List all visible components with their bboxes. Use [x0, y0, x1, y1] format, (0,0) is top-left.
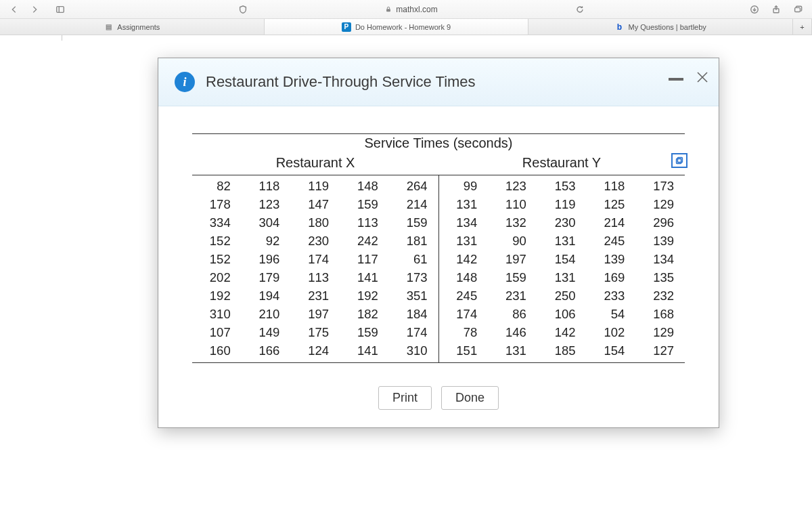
data-cell: 169: [589, 268, 633, 287]
data-cell: 304: [244, 213, 288, 232]
data-cell: 119: [540, 195, 584, 213]
svg-rect-0: [57, 6, 64, 12]
lock-icon: [385, 6, 392, 13]
modal-body: Service Times (seconds) Restaurant X Res…: [158, 106, 719, 370]
data-table: Service Times (seconds) Restaurant X Res…: [192, 133, 685, 363]
data-cell: 142: [540, 323, 584, 341]
page-content: i Restaurant Drive-Through Service Times…: [0, 35, 812, 508]
info-icon: i: [175, 72, 195, 92]
modal-header: i Restaurant Drive-Through Service Times: [158, 58, 719, 106]
data-cell: 61: [392, 250, 436, 268]
tabs-overview-button[interactable]: [789, 2, 807, 17]
data-cell: 131: [540, 232, 584, 250]
address-bar[interactable]: mathxl.com: [253, 5, 570, 14]
data-cell: 197: [491, 250, 535, 268]
data-cell: 148: [442, 268, 486, 287]
data-cell: 119: [293, 177, 337, 195]
tab-label: Assignments: [117, 23, 160, 31]
downloads-button[interactable]: [746, 2, 763, 17]
data-cell: 92: [244, 232, 288, 250]
header-y: Restaurant Y: [438, 154, 685, 175]
data-cell: 135: [638, 268, 682, 287]
data-cell: 86: [491, 305, 535, 323]
data-cell: 210: [244, 305, 288, 323]
table-title: Service Times (seconds): [192, 134, 685, 154]
forward-button[interactable]: [26, 2, 43, 17]
modal-footer: Print Done: [158, 370, 719, 427]
data-cell: 197: [293, 305, 337, 323]
copy-data-button[interactable]: [671, 153, 687, 168]
new-tab-button[interactable]: +: [793, 19, 812, 35]
tab-assignments[interactable]: ▤ Assignments: [0, 19, 265, 35]
data-cell: 99: [442, 177, 486, 195]
data-cell: 113: [342, 213, 386, 232]
data-cell: 152: [195, 232, 239, 250]
restaurant-x-data: 8217833415215220219231010716011812330492…: [192, 175, 439, 362]
data-column: 153119230131154131250106142185: [537, 175, 587, 362]
data-cell: 182: [342, 305, 386, 323]
data-cell: 54: [589, 305, 633, 323]
data-cell: 159: [342, 195, 386, 213]
data-cell: 117: [342, 250, 386, 268]
data-cell: 184: [392, 305, 436, 323]
data-cell: 185: [540, 341, 584, 360]
data-cell: 242: [342, 232, 386, 250]
data-cell: 178: [195, 195, 239, 213]
data-cell: 181: [392, 232, 436, 250]
data-cell: 159: [491, 268, 535, 287]
restaurant-y-data: 9913113413114214824517478151123110132901…: [439, 175, 685, 362]
data-cell: 102: [589, 323, 633, 341]
done-button[interactable]: Done: [441, 386, 499, 410]
sidebar-toggle[interactable]: [51, 2, 69, 17]
data-cell: 152: [195, 250, 239, 268]
close-button[interactable]: [696, 70, 709, 88]
data-cell: 129: [638, 195, 682, 213]
data-cell: 142: [442, 250, 486, 268]
modal-title: Restaurant Drive-Through Service Times: [206, 73, 476, 91]
data-cell: 131: [442, 195, 486, 213]
data-column: 148159113242117141192182159141: [340, 175, 389, 362]
data-cell: 173: [392, 268, 436, 287]
data-modal: i Restaurant Drive-Through Service Times…: [158, 58, 719, 428]
data-cell: 180: [293, 213, 337, 232]
data-cell: 118: [589, 177, 633, 195]
data-cell: 127: [638, 341, 682, 360]
print-button[interactable]: Print: [378, 386, 432, 410]
shield-icon[interactable]: [234, 2, 252, 17]
data-cell: 129: [638, 323, 682, 341]
svg-rect-2: [386, 9, 390, 12]
data-cell: 310: [392, 341, 436, 360]
data-cell: 146: [491, 323, 535, 341]
pearson-icon: P: [342, 22, 351, 32]
data-cell: 123: [491, 177, 535, 195]
data-cell: 214: [589, 213, 633, 232]
back-button[interactable]: [5, 2, 23, 17]
header-x: Restaurant X: [192, 154, 438, 175]
share-button[interactable]: [767, 2, 785, 17]
svg-rect-7: [795, 7, 800, 12]
data-cell: 147: [293, 195, 337, 213]
tab-label: Do Homework - Homework 9: [355, 23, 451, 31]
tab-homework[interactable]: P Do Homework - Homework 9: [265, 19, 529, 35]
data-cell: 192: [342, 287, 386, 305]
browser-tabbar: ▤ Assignments P Do Homework - Homework 9…: [0, 19, 812, 35]
data-cell: 296: [638, 213, 682, 232]
table-subheaders: Restaurant X Restaurant Y: [192, 154, 685, 175]
book-icon: ▤: [104, 22, 113, 32]
data-column: 11812330492196179194210149166: [242, 175, 291, 362]
data-cell: 159: [392, 213, 436, 232]
minimize-button[interactable]: [669, 78, 683, 81]
url-host: mathxl.com: [396, 5, 437, 14]
reload-button[interactable]: [571, 2, 589, 17]
data-column: 26421415918161173351184174310: [389, 175, 438, 362]
tab-bartleby[interactable]: b My Questions | bartleby: [528, 19, 793, 35]
data-cell: 230: [293, 232, 337, 250]
data-cell: 124: [293, 341, 337, 360]
data-cell: 132: [491, 213, 535, 232]
bartleby-icon: b: [615, 22, 625, 32]
data-cell: 310: [195, 305, 239, 323]
data-cell: 141: [342, 268, 386, 287]
data-cell: 232: [638, 287, 682, 305]
tab-label: My Questions | bartleby: [629, 23, 706, 31]
data-cell: 179: [244, 268, 288, 287]
